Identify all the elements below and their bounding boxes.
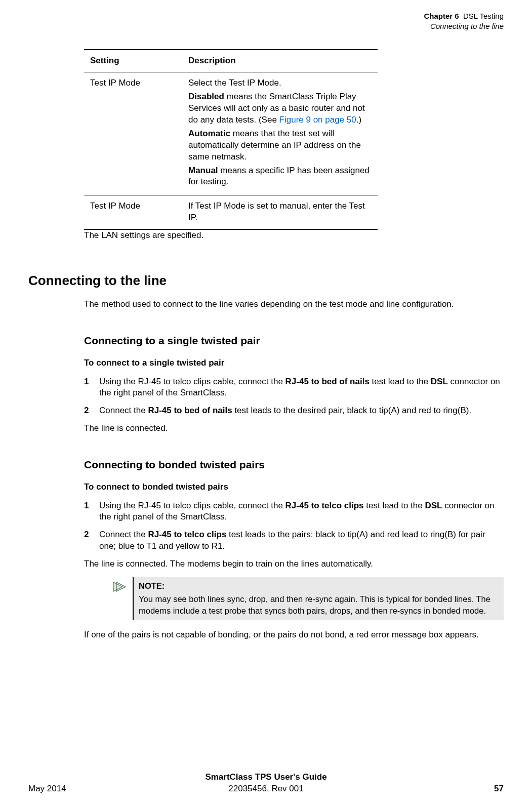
running-header: Chapter 6 DSL Testing Connecting to the …: [28, 11, 504, 31]
desc-intro: Select the Test IP Mode.: [188, 77, 372, 89]
th-description: Description: [182, 50, 378, 72]
desc-disabled: Disabled means the SmartClass Triple Pla…: [188, 91, 372, 126]
subheading-single-pair: To connect to a single twisted pair: [84, 357, 504, 369]
link-figure9[interactable]: Figure 9 on page 50: [279, 115, 356, 125]
note-box: NOTE: You may see both lines sync, drop,…: [133, 577, 504, 620]
svg-marker-0: [113, 582, 122, 591]
step-text: Using the RJ-45 to telco clips cable, co…: [99, 500, 504, 524]
subheading-bonded-pairs: To connect to bonded twisted pairs: [84, 481, 504, 493]
cell-setting: Test IP Mode: [84, 72, 182, 195]
content-column: Setting Description Test IP Mode Select …: [84, 49, 504, 641]
heading-connecting-line: Connecting to the line: [28, 272, 504, 290]
step-number: 2: [84, 405, 99, 417]
cell-description: Select the Test IP Mode. Disabled means …: [182, 72, 378, 195]
note-body: You may see both lines sync, drop, and t…: [139, 594, 490, 615]
step-number: 1: [84, 500, 99, 524]
step-number: 2: [84, 529, 99, 552]
settings-table: Setting Description Test IP Mode Select …: [84, 49, 378, 230]
note-arrow-icon: [112, 577, 133, 597]
step-text: Connect the RJ-45 to bed of nails test l…: [99, 405, 504, 417]
chapter-line: Chapter 6 DSL Testing: [28, 11, 504, 21]
chapter-number: Chapter 6: [424, 12, 459, 20]
cell-setting: Test IP Mode: [84, 195, 182, 229]
steps-bonded-pairs: 1 Using the RJ-45 to telco clips cable, …: [84, 500, 504, 553]
closing-bonded-pairs: The line is connected. The modems begin …: [84, 558, 504, 570]
step-text: Using the RJ-45 to telco clips cable, co…: [99, 376, 504, 399]
list-item: 2 Connect the RJ-45 to bed of nails test…: [84, 405, 504, 417]
list-item: 2 Connect the RJ-45 to telco clips test …: [84, 529, 504, 552]
txt-disabled-tail: .): [356, 115, 361, 125]
label-manual: Manual: [188, 166, 218, 175]
table-row: Test IP Mode If Test IP Mode is set to m…: [84, 195, 378, 229]
steps-single-pair: 1 Using the RJ-45 to telco clips cable, …: [84, 376, 504, 417]
step-number: 1: [84, 376, 99, 399]
note-title: NOTE:: [139, 580, 499, 591]
table-header-row: Setting Description: [84, 50, 378, 72]
after-note-text: If one of the pairs is not capable of bo…: [84, 629, 504, 641]
footer-center: SmartClass TPS User's Guide 22035456, Re…: [28, 772, 504, 795]
desc-automatic: Automatic means that the test set will a…: [188, 128, 372, 163]
heading-single-pair: Connecting to a single twisted pair: [84, 334, 504, 348]
cell-description: If Test IP Mode is set to manual, enter …: [182, 195, 378, 229]
label-disabled: Disabled: [188, 92, 224, 101]
footer-guide-title: SmartClass TPS User's Guide: [28, 772, 504, 783]
intro-text: The method used to connect to the line v…: [84, 299, 504, 310]
after-table-text: The LAN settings are specified.: [84, 230, 504, 242]
chapter-title-text: DSL Testing: [463, 12, 504, 20]
table-row: Test IP Mode Select the Test IP Mode. Di…: [84, 72, 378, 195]
list-item: 1 Using the RJ-45 to telco clips cable, …: [84, 500, 504, 524]
desc-manual: Manual means a specific IP has been assi…: [188, 165, 372, 188]
page: Chapter 6 DSL Testing Connecting to the …: [0, 0, 532, 805]
heading-bonded-pairs: Connecting to bonded twisted pairs: [84, 458, 504, 472]
closing-single-pair: The line is connected.: [84, 423, 504, 434]
footer-docid: 22035456, Rev 001: [228, 784, 303, 793]
note: NOTE: You may see both lines sync, drop,…: [112, 577, 504, 620]
step-text: Connect the RJ-45 to telco clips test le…: [99, 529, 504, 552]
label-automatic: Automatic: [188, 129, 230, 138]
section-line: Connecting to the line: [28, 21, 504, 31]
list-item: 1 Using the RJ-45 to telco clips cable, …: [84, 376, 504, 399]
th-setting: Setting: [84, 50, 182, 72]
page-footer: SmartClass TPS User's Guide 22035456, Re…: [28, 783, 504, 795]
